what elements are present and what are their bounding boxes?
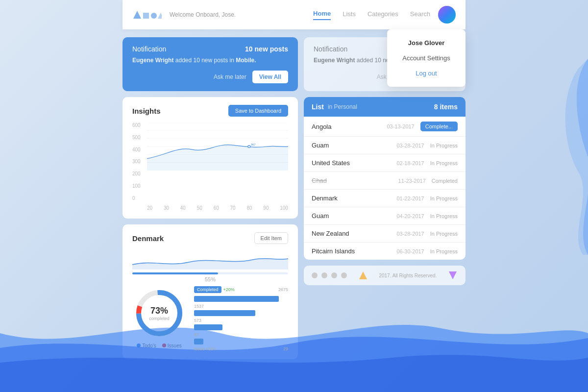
notification-count: 10 new posts: [245, 45, 288, 53]
status-denmark: In Progress: [430, 196, 458, 201]
bar-chart: Completed +20% 2675 1537 573 6: [194, 286, 288, 351]
bar-val-29: 29: [283, 346, 288, 351]
y-label-100: 100: [132, 183, 141, 189]
denmark-bottom: 73% completed Todo's Issues Completed +2…: [132, 286, 288, 351]
list-item: New Zealand 03-28-2017 In Progress: [304, 225, 466, 243]
svg-marker-0: [133, 11, 141, 19]
denmark-mini-chart: [132, 250, 288, 270]
logout-item[interactable]: Log out: [387, 66, 466, 81]
bar-val-573: 573: [194, 318, 288, 323]
list-item-date-guam: 03-28-2017: [396, 143, 424, 148]
list-header: List in Personal 8 items: [304, 97, 466, 117]
bar-4: [194, 339, 203, 344]
complete-angola-button[interactable]: Complete...: [420, 122, 458, 131]
legend-todos: Todo's: [137, 343, 156, 348]
footer-icon-3: [331, 272, 337, 278]
insights-card: Insights Save to Dashboard 600 500 400 3…: [122, 97, 298, 219]
issues-dot: [162, 343, 166, 347]
notification-white-title: Notification: [314, 45, 347, 53]
bar-1: [194, 296, 279, 302]
footer: 2017. All Rights Reserved.: [304, 266, 466, 285]
insights-card-header: Insights Save to Dashboard: [132, 105, 288, 117]
ask-later-button[interactable]: Ask me later: [214, 74, 246, 80]
list-item-date-pitcairn: 06-30-2017: [396, 248, 424, 254]
account-settings-item[interactable]: Account Settings: [387, 50, 466, 66]
svg-marker-16: [449, 271, 457, 279]
bar-2: [194, 310, 255, 316]
status-guam2: In Progress: [430, 213, 458, 219]
list-item-name-guam2: Guam: [312, 212, 396, 220]
donut-chart: 73% completed: [132, 286, 186, 340]
list-item: United States 02-18-2017 In Progress: [304, 154, 466, 172]
y-label-200: 200: [132, 171, 141, 176]
list-item-name-nz: New Zealand: [312, 230, 396, 237]
bar-value-2675: 2675: [278, 287, 288, 292]
nav-home[interactable]: Home: [313, 10, 331, 20]
svg-marker-3: [158, 13, 162, 19]
list-item: Guam 04-20-2017 In Progress: [304, 207, 466, 225]
denmark-card: Denmark Edit Item 55%: [122, 224, 298, 359]
dropdown-username: Jose Glover: [387, 35, 466, 50]
bar-row-2: [194, 310, 288, 316]
svg-text:367: 367: [250, 143, 256, 146]
status-chad: Completed: [432, 178, 458, 184]
bar-bottom-labels: Issue #104 29: [194, 346, 288, 351]
avatar[interactable]: [438, 6, 456, 24]
denmark-title: Denmark: [132, 234, 164, 243]
y-label-600: 600: [132, 122, 141, 128]
legend-issues: Issues: [162, 343, 182, 348]
logo-icon: [132, 10, 162, 20]
left-column: Notification 10 new posts Eugene Wright …: [122, 37, 298, 359]
list-item: Chad 11-23-2017 Completed: [304, 172, 466, 190]
denmark-card-header: Denmark Edit Item: [132, 232, 288, 244]
status-pitcairn: In Progress: [430, 248, 458, 254]
list-card: List in Personal 8 items Angola 03-13-20…: [304, 97, 466, 260]
completed-label: Completed: [194, 286, 221, 293]
svg-point-2: [151, 13, 157, 19]
bar-val-1537: 1537: [194, 304, 288, 309]
nav-lists[interactable]: Lists: [343, 10, 356, 20]
bar-3: [194, 324, 222, 330]
bar-chart-legend: Completed +20% 2675: [194, 286, 288, 293]
arrow-icon: [448, 270, 458, 280]
list-item-name-angola: Angola: [312, 123, 387, 130]
footer-icon-1: [312, 272, 318, 278]
nav-search[interactable]: Search: [410, 10, 430, 20]
progress-bar-fill: [132, 272, 218, 274]
list-item-date-guam2: 04-20-2017: [396, 213, 424, 219]
status-us: In Progress: [430, 160, 458, 166]
nav-categories[interactable]: Categories: [368, 10, 398, 20]
notification-title: Notification: [132, 45, 166, 53]
list-item-date-denmark: 01-22-2017: [396, 196, 424, 201]
welcome-text: Welcome Onboard, Jose.: [170, 11, 236, 18]
notification-mobile: Mobile.: [236, 57, 256, 64]
notification-author: Eugene Wright: [132, 57, 173, 64]
svg-marker-15: [359, 271, 367, 279]
nav-links: Home Lists Categories Search: [313, 10, 430, 20]
issue-label: Issue #104: [194, 346, 216, 351]
bar-row-4: [194, 339, 288, 344]
save-dashboard-button[interactable]: Save to Dashboard: [228, 105, 288, 117]
view-all-button[interactable]: View All: [252, 71, 288, 83]
list-item-date-us: 02-18-2017: [396, 160, 424, 166]
edit-item-button[interactable]: Edit Item: [254, 232, 288, 244]
footer-icons: [312, 272, 347, 278]
list-title: List: [312, 103, 324, 111]
copyright: 2017. All Rights Reserved.: [379, 273, 437, 278]
user-dropdown: Jose Glover Account Settings Log out: [387, 29, 466, 87]
donut-center: 73% completed: [149, 306, 170, 321]
notification-body: Eugene Wright added 10 new posts in Mobi…: [132, 57, 288, 64]
list-item-name-guam: Guam: [312, 142, 396, 149]
list-item: Angola 03-13-2017 Complete...: [304, 117, 466, 137]
bar-val-67: 67: [194, 332, 288, 337]
insights-chart-svg: 367: [147, 122, 288, 171]
triangle-icon: [358, 270, 368, 280]
chart-y-labels: 600 500 400 300 200 100 0: [132, 122, 141, 201]
donut-section: 73% completed Todo's Issues: [132, 286, 186, 351]
list-item-name-denmark: Denmark: [312, 195, 396, 202]
list-item-name-us: United States: [312, 159, 396, 167]
navbar: Welcome Onboard, Jose. Home Lists Catego…: [122, 0, 466, 29]
notification-actions: Ask me later View All: [132, 71, 288, 83]
bar-row-3: [194, 324, 288, 330]
list-item: Guam 03-28-2017 In Progress: [304, 137, 466, 154]
